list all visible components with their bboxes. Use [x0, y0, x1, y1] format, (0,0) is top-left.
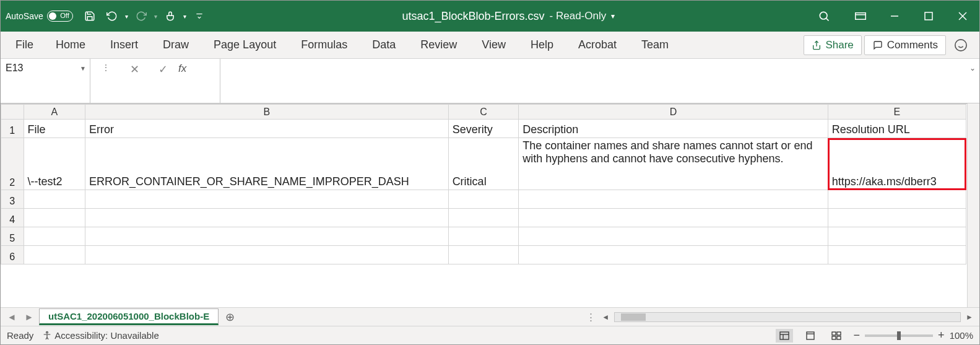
zoom-out-button[interactable]: − [854, 329, 861, 342]
cancel-formula-icon[interactable]: ✕ [121, 63, 147, 76]
share-button[interactable]: Share [804, 35, 861, 55]
cell-C6[interactable] [448, 246, 519, 264]
hscroll-left-icon[interactable]: ◄ [602, 313, 609, 321]
cell-C2[interactable]: Critical [448, 138, 519, 190]
cell-E1[interactable]: Resolution URL [828, 120, 966, 138]
tab-review[interactable]: Review [409, 33, 468, 56]
cell-E4[interactable] [828, 209, 966, 227]
cell-A1[interactable]: File [24, 120, 85, 138]
hscroll-right-icon[interactable]: ► [966, 313, 973, 321]
redo-dropdown-icon[interactable]: ▾ [154, 13, 157, 20]
cell-E2[interactable]: https://aka.ms/dberr3 [828, 138, 966, 190]
cell-B2[interactable]: ERROR_CONTAINER_OR_SHARE_NAME_IMPROPER_D… [85, 138, 448, 190]
cell-E6[interactable] [828, 246, 966, 264]
tab-nav-prev-icon[interactable]: ◄ [4, 312, 19, 322]
enter-formula-icon[interactable]: ✓ [150, 63, 176, 76]
cell-A4[interactable] [24, 209, 85, 227]
expand-formula-icon[interactable]: ⌄ [969, 64, 976, 72]
autosave-toggle[interactable]: AutoSave Off [6, 11, 73, 22]
cell-B5[interactable] [85, 227, 448, 246]
fx-icon[interactable]: fx [178, 63, 186, 75]
cell-D5[interactable] [519, 227, 828, 246]
tab-insert[interactable]: Insert [99, 33, 149, 56]
accessibility-status[interactable]: Accessibility: Unavailable [42, 330, 158, 341]
cell-A5[interactable] [24, 227, 85, 246]
col-header-D[interactable]: D [519, 105, 828, 120]
cell-E5[interactable] [828, 227, 966, 246]
feedback-icon[interactable] [948, 38, 973, 52]
cell-D6[interactable] [519, 246, 828, 264]
col-header-A[interactable]: A [24, 105, 85, 120]
tab-split-handle[interactable]: ⋮ [586, 312, 597, 323]
page-break-view-icon[interactable] [828, 329, 845, 343]
row-header-1[interactable]: 1 [1, 120, 24, 138]
close-button[interactable] [945, 1, 979, 32]
tab-file[interactable]: File [7, 33, 42, 56]
row-header-3[interactable]: 3 [1, 190, 24, 209]
select-all-corner[interactable] [1, 105, 24, 120]
row-header-6[interactable]: 6 [1, 246, 24, 264]
cell-B3[interactable] [85, 190, 448, 209]
qat-customize-icon[interactable] [190, 7, 209, 25]
cell-C4[interactable] [448, 209, 519, 227]
tab-nav-next-icon[interactable]: ► [22, 312, 37, 322]
tab-team[interactable]: Team [630, 33, 680, 56]
ribbon-display-icon[interactable] [843, 1, 877, 32]
save-icon[interactable] [80, 7, 99, 25]
col-header-E[interactable]: E [828, 105, 966, 120]
mode-dropdown-icon[interactable]: ▾ [611, 12, 615, 20]
name-box[interactable]: E13 ▼ [1, 59, 90, 103]
cell-A2[interactable]: \--test2 [24, 138, 85, 190]
col-header-B[interactable]: B [85, 105, 448, 120]
redo-button[interactable] [132, 7, 150, 25]
undo-button[interactable] [103, 7, 121, 25]
new-sheet-icon[interactable]: ⊕ [221, 310, 238, 324]
cell-D2[interactable]: The container names and share names cann… [519, 138, 828, 190]
cell-C5[interactable] [448, 227, 519, 246]
readonly-status[interactable]: - Read-Only [550, 10, 607, 22]
row-header-2[interactable]: 2 [1, 138, 24, 190]
normal-view-icon[interactable] [776, 329, 793, 343]
zoom-level[interactable]: 100% [950, 330, 973, 341]
cell-B4[interactable] [85, 209, 448, 227]
cell-D1[interactable]: Description [519, 120, 828, 138]
tab-page-layout[interactable]: Page Layout [202, 33, 287, 56]
page-layout-view-icon[interactable] [802, 329, 819, 343]
cell-D4[interactable] [519, 209, 828, 227]
name-box-dropdown-icon[interactable]: ▼ [80, 65, 86, 72]
undo-dropdown-icon[interactable]: ▾ [125, 13, 128, 20]
row-header-5[interactable]: 5 [1, 227, 24, 246]
horizontal-scrollbar[interactable] [614, 312, 961, 322]
autosave-switch[interactable]: Off [47, 11, 73, 22]
sheet-tab-active[interactable]: utSAC1_202006051000_BlockBlob-E [39, 308, 219, 325]
cell-grid[interactable]: A B C D E 1 File Error Severity Descript… [1, 103, 967, 307]
tab-acrobat[interactable]: Acrobat [567, 33, 628, 56]
comments-button[interactable]: Comments [864, 35, 946, 55]
tab-view[interactable]: View [470, 33, 517, 56]
cell-E3[interactable] [828, 190, 966, 209]
tab-home[interactable]: Home [45, 33, 97, 56]
col-header-C[interactable]: C [448, 105, 519, 120]
formula-input[interactable]: ⌄ [220, 59, 979, 103]
vertical-scrollbar[interactable] [967, 103, 979, 307]
tab-formulas[interactable]: Formulas [290, 33, 358, 56]
search-icon[interactable] [809, 10, 839, 22]
formula-more-icon[interactable]: ⋮ [93, 63, 119, 72]
tab-data[interactable]: Data [361, 33, 407, 56]
zoom-in-button[interactable]: + [938, 329, 945, 342]
row-header-4[interactable]: 4 [1, 209, 24, 227]
cell-B1[interactable]: Error [85, 120, 448, 138]
cell-D3[interactable] [519, 190, 828, 209]
minimize-button[interactable] [877, 1, 911, 32]
cell-A3[interactable] [24, 190, 85, 209]
tab-help[interactable]: Help [519, 33, 565, 56]
cell-C3[interactable] [448, 190, 519, 209]
cell-B6[interactable] [85, 246, 448, 264]
tab-draw[interactable]: Draw [152, 33, 200, 56]
cell-C1[interactable]: Severity [448, 120, 519, 138]
maximize-button[interactable] [911, 1, 945, 32]
touch-mode-icon[interactable] [161, 7, 180, 25]
zoom-slider[interactable] [865, 334, 933, 337]
touch-dropdown-icon[interactable]: ▾ [183, 13, 186, 20]
cell-A6[interactable] [24, 246, 85, 264]
